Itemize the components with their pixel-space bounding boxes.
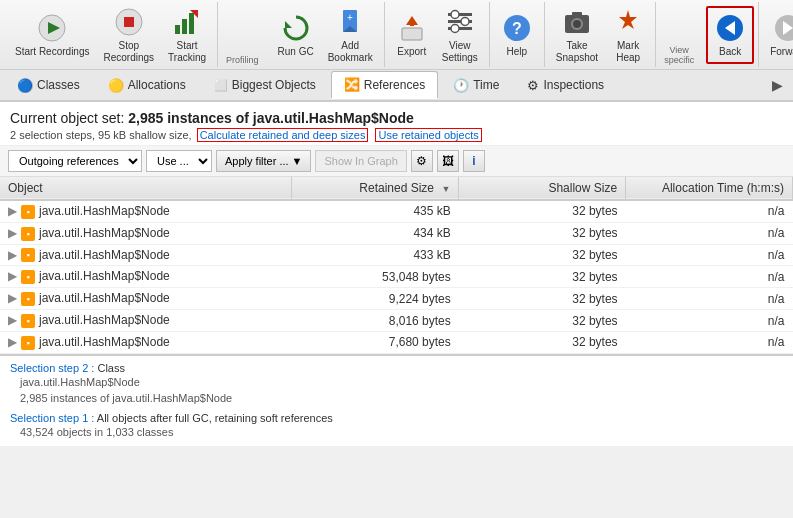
svg-marker-27 xyxy=(619,10,637,29)
tab-biggest-objects[interactable]: ⬜ Biggest Objects xyxy=(201,71,329,99)
settings-icon-button[interactable]: ⚙ xyxy=(411,150,433,172)
step1-count-detail: 43,524 objects in 1,033 classes xyxy=(10,424,783,440)
cell-retained: 433 kB xyxy=(292,244,459,266)
table-row[interactable]: ▶▪java.util.HashMap$Node434 kB32 bytesn/… xyxy=(0,222,793,244)
main-content: Current object set: 2,985 instances of j… xyxy=(0,102,793,446)
tab-references[interactable]: 🔀 References xyxy=(331,71,438,99)
cell-retained: 53,048 bytes xyxy=(292,266,459,288)
bottom-panel: Selection step 2 : Class java.util.HashM… xyxy=(0,354,793,446)
apply-filter-label: Apply filter ... xyxy=(225,155,289,167)
cell-alloc: n/a xyxy=(626,266,793,288)
cell-object: ▶▪java.util.HashMap$Node xyxy=(0,200,292,222)
step2-instances-detail: 2,985 instances of java.util.HashMap$Nod… xyxy=(10,390,783,406)
time-tab-label: Time xyxy=(473,78,499,92)
stop-recordings-label: StopRecordings xyxy=(103,40,154,64)
start-recordings-label: Start Recordings xyxy=(15,46,89,58)
col-alloc-label: Allocation Time (h:m:s) xyxy=(662,181,784,195)
cell-retained: 9,224 bytes xyxy=(292,288,459,310)
obj-icon: ▪ xyxy=(21,314,35,328)
mark-heap-icon xyxy=(612,6,644,38)
cell-object: ▶▪java.util.HashMap$Node xyxy=(0,222,292,244)
export-button[interactable]: Export xyxy=(389,7,435,63)
obj-icon: ▪ xyxy=(21,292,35,306)
settings-icon: ⚙ xyxy=(416,154,427,168)
row-expander[interactable]: ▶ xyxy=(8,313,17,327)
tabs-more-arrow[interactable]: ▶ xyxy=(766,73,789,97)
use-retained-link[interactable]: Use retained objects xyxy=(375,128,481,142)
table-row[interactable]: ▶▪java.util.HashMap$Node7,680 bytes32 by… xyxy=(0,331,793,353)
svg-rect-6 xyxy=(189,13,194,34)
col-header-alloc[interactable]: Allocation Time (h:m:s) xyxy=(626,177,793,200)
tab-classes[interactable]: 🔵 Classes xyxy=(4,71,93,99)
row-expander[interactable]: ▶ xyxy=(8,335,17,349)
cell-shallow: 32 bytes xyxy=(459,244,626,266)
obj-icon: ▪ xyxy=(21,205,35,219)
classes-tab-icon: 🔵 xyxy=(17,78,33,93)
help-label: Help xyxy=(507,46,528,58)
show-graph-label: Show In Graph xyxy=(324,155,397,167)
cell-shallow: 32 bytes xyxy=(459,200,626,222)
table-row[interactable]: ▶▪java.util.HashMap$Node433 kB32 bytesn/… xyxy=(0,244,793,266)
run-gc-button[interactable]: Run GC xyxy=(271,7,321,63)
step2-link[interactable]: Selection step 2 : xyxy=(10,362,94,374)
references-tab-label: References xyxy=(364,78,425,92)
image-icon: 🖼 xyxy=(442,154,454,168)
tab-time[interactable]: 🕐 Time xyxy=(440,71,512,99)
table-header-row: Object Retained Size ▼ Shallow Size Allo… xyxy=(0,177,793,200)
outgoing-references-dropdown[interactable]: Outgoing references xyxy=(8,150,142,172)
step1-link[interactable]: Selection step 1 : xyxy=(10,412,94,424)
take-snapshot-icon xyxy=(561,6,593,38)
svg-text:+: + xyxy=(347,12,353,23)
row-expander[interactable]: ▶ xyxy=(8,269,17,283)
start-recordings-button[interactable]: Start Recordings xyxy=(8,7,96,63)
mark-heap-button[interactable]: MarkHeap xyxy=(605,1,651,69)
cell-object: ▶▪java.util.HashMap$Node xyxy=(0,310,292,332)
step1-row: Selection step 1 : All objects after ful… xyxy=(10,412,783,424)
col-header-shallow[interactable]: Shallow Size xyxy=(459,177,626,200)
take-snapshot-button[interactable]: TakeSnapshot xyxy=(549,1,605,69)
table-row[interactable]: ▶▪java.util.HashMap$Node8,016 bytes32 by… xyxy=(0,310,793,332)
tab-allocations[interactable]: 🟡 Allocations xyxy=(95,71,199,99)
use-dropdown[interactable]: Use ... xyxy=(146,150,212,172)
row-expander[interactable]: ▶ xyxy=(8,291,17,305)
cell-retained: 8,016 bytes xyxy=(292,310,459,332)
toolbar: Start Recordings StopRecordings StartT xyxy=(0,0,793,70)
view-settings-button[interactable]: ViewSettings xyxy=(435,1,485,69)
start-tracking-button[interactable]: StartTracking xyxy=(161,1,213,69)
step1-detail1: All objects after full GC, retaining sof… xyxy=(97,412,333,424)
calculate-link[interactable]: Calculate retained and deep sizes xyxy=(197,128,369,142)
data-table: Object Retained Size ▼ Shallow Size Allo… xyxy=(0,177,793,354)
add-bookmark-button[interactable]: + AddBookmark xyxy=(321,1,380,69)
object-title-label: Current object set: xyxy=(10,110,124,126)
back-button[interactable]: Back xyxy=(706,6,754,64)
table-row[interactable]: ▶▪java.util.HashMap$Node435 kB32 bytesn/… xyxy=(0,200,793,222)
info-icon-button[interactable]: i xyxy=(463,150,485,172)
object-title-value: 2,985 instances of java.util.HashMap$Nod… xyxy=(128,110,414,126)
view-specific-section-label: View specific xyxy=(656,43,702,65)
image-icon-button[interactable]: 🖼 xyxy=(437,150,459,172)
cell-retained: 435 kB xyxy=(292,200,459,222)
col-header-object[interactable]: Object xyxy=(0,177,292,200)
cell-alloc: n/a xyxy=(626,331,793,353)
row-expander[interactable]: ▶ xyxy=(8,226,17,240)
svg-point-18 xyxy=(451,10,459,18)
svg-point-25 xyxy=(573,20,581,28)
tab-inspections[interactable]: ⚙ Inspections xyxy=(514,71,617,99)
help-button[interactable]: ? Help xyxy=(494,7,540,63)
table-row[interactable]: ▶▪java.util.HashMap$Node9,224 bytes32 by… xyxy=(0,288,793,310)
apply-filter-button[interactable]: Apply filter ... ▼ xyxy=(216,150,311,172)
filter-bar: Outgoing references Use ... Apply filter… xyxy=(0,146,793,177)
biggest-objects-tab-icon: ⬜ xyxy=(214,79,228,92)
cell-shallow: 32 bytes xyxy=(459,310,626,332)
profiling-section-label: Profiling xyxy=(218,53,267,65)
table-row[interactable]: ▶▪java.util.HashMap$Node53,048 bytes32 b… xyxy=(0,266,793,288)
row-expander[interactable]: ▶ xyxy=(8,248,17,262)
obj-icon: ▪ xyxy=(21,336,35,350)
col-header-retained[interactable]: Retained Size ▼ xyxy=(292,177,459,200)
show-in-graph-button: Show In Graph xyxy=(315,150,406,172)
obj-icon: ▪ xyxy=(21,248,35,262)
row-expander[interactable]: ▶ xyxy=(8,204,17,218)
forward-button[interactable]: Forward xyxy=(763,7,793,63)
stop-recordings-button[interactable]: StopRecordings xyxy=(96,1,161,69)
retained-sort-arrow: ▼ xyxy=(441,184,450,194)
